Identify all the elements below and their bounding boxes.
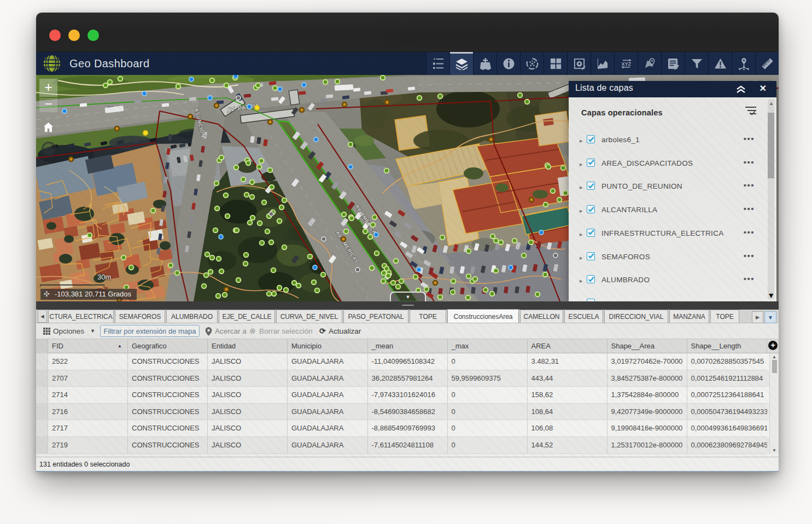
svg-text:XYZ: XYZ <box>621 61 631 66</box>
